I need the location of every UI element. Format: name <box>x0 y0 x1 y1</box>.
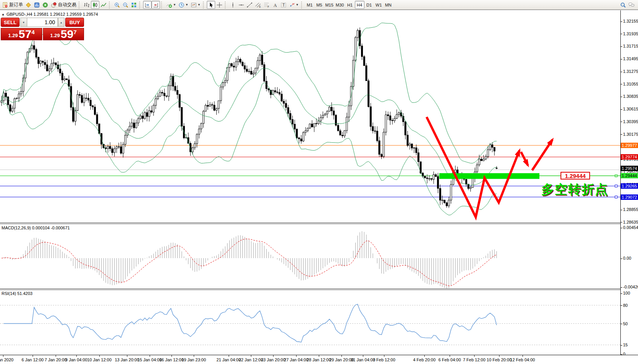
buy-button[interactable]: BUY <box>65 18 84 27</box>
fibonacci-button[interactable]: F <box>262 1 271 9</box>
chart-shift-icon <box>153 2 159 8</box>
tf-m5-button[interactable]: M5 <box>315 1 324 9</box>
zoom-in-icon <box>114 2 120 8</box>
time-axis-label: 9 Jan 04:00 <box>65 357 87 362</box>
price-axis-tick: 80 <box>621 303 628 308</box>
templates-icon <box>191 2 197 8</box>
profiles-icon-button[interactable] <box>33 1 41 9</box>
bar-chart-button[interactable] <box>82 1 91 9</box>
tf-h4-button[interactable]: H4 <box>355 1 364 9</box>
arrows-button[interactable]: ▼ <box>288 1 300 9</box>
time-axis-tick <box>424 355 425 357</box>
mt4-window: 新订单自动交易▼▼▼EFAT▼M1M5M15M30H1H4D1W1MN ▲ GB… <box>0 0 638 364</box>
sell-button[interactable]: SELL <box>1 18 20 27</box>
autotrading-icon <box>51 2 57 8</box>
volume-up-button[interactable]: ▲ <box>58 18 65 27</box>
fibonacci-icon: F <box>264 2 270 8</box>
trendline-button[interactable] <box>246 1 254 9</box>
tf-w1-button[interactable]: W1 <box>374 1 384 9</box>
chat-button[interactable] <box>627 1 636 9</box>
periods-button[interactable]: ▼ <box>177 1 190 9</box>
horizontal-line-button[interactable] <box>237 1 246 9</box>
price-axis-tick: 1.32155 <box>621 19 638 23</box>
chevron-down-icon: ▼ <box>296 3 299 7</box>
time-axis-label: 29 Jan 20:00 <box>329 357 354 362</box>
price-axis[interactable]: 1.321551.319351.317151.314951.312751.310… <box>621 10 638 355</box>
svg-text:F: F <box>267 5 269 8</box>
text-button[interactable]: A <box>271 1 279 9</box>
time-axis-label: 10 Feb 20:00 <box>487 357 512 362</box>
line-chart-button[interactable] <box>99 1 108 9</box>
buy-price-big: 59 <box>61 28 73 40</box>
periods-icon <box>178 2 185 8</box>
sell-price-sup: 4 <box>31 29 35 35</box>
rsi-canvas[interactable] <box>0 290 620 355</box>
time-axis-tick <box>33 355 33 357</box>
time-axis-tick <box>56 355 56 357</box>
new-order-button[interactable]: 新订单 <box>1 1 24 9</box>
time-axis[interactable]: 3 Jan 20206 Jan 12:007 Jan 20:009 Jan 04… <box>0 355 638 364</box>
time-axis-tick <box>273 355 274 357</box>
alerts-icon-button[interactable] <box>41 1 49 9</box>
time-axis-label: 16 Jan 12:00 <box>159 357 184 362</box>
time-axis-label: 4 Feb 20:00 <box>413 357 436 362</box>
tf-d1-button[interactable]: D1 <box>364 1 374 9</box>
svg-text:A: A <box>274 2 277 8</box>
price-axis-tick: 1.28635 <box>621 220 638 224</box>
main-chart-canvas[interactable] <box>0 10 620 222</box>
time-axis-label: 28 Jan 12:00 <box>307 357 331 362</box>
time-axis-label: 12 Feb 04:00 <box>510 357 535 362</box>
time-axis-tick <box>450 355 450 357</box>
price-axis-tick: 1.31935 <box>621 31 638 36</box>
search-button[interactable] <box>619 1 627 9</box>
tf-mn-button[interactable]: MN <box>384 1 393 9</box>
sell-price-big: 57 <box>19 28 31 40</box>
tf-m15-button[interactable]: M15 <box>324 1 335 9</box>
line-handle[interactable] <box>615 196 617 198</box>
toolbar-separator <box>79 2 81 8</box>
time-axis-tick <box>384 355 384 357</box>
volume-input[interactable] <box>27 18 58 27</box>
indicators-button[interactable]: ▼ <box>165 1 177 9</box>
tile-windows-button[interactable] <box>130 1 138 9</box>
zoom-out-button[interactable] <box>121 1 130 9</box>
price-axis-tick: 1.30175 <box>621 132 638 137</box>
candlestick-button[interactable] <box>91 1 99 9</box>
price-badge-1.29444: 1.29444 <box>621 173 638 178</box>
turning-point-annotation[interactable]: 多空转折点 <box>541 181 608 198</box>
tf-m30-button[interactable]: M30 <box>335 1 345 9</box>
svg-text:E: E <box>259 5 261 8</box>
time-axis-tick <box>363 355 363 357</box>
journal-icon-button[interactable] <box>24 1 33 9</box>
price-axis-tick: 0.00 <box>621 256 631 260</box>
chart-shift-button[interactable] <box>152 1 160 9</box>
tf-m1-button[interactable]: M1 <box>305 1 315 9</box>
red-trend-zigzag[interactable] <box>427 117 554 217</box>
auto-scroll-button[interactable] <box>143 1 152 9</box>
macd-canvas[interactable] <box>0 224 620 288</box>
sell-price-box[interactable]: 1.29 57 4 <box>1 28 42 40</box>
time-axis-tick <box>523 355 523 357</box>
toolbar-separator <box>225 2 227 8</box>
price-callout-text: 1.29444 <box>565 173 585 179</box>
text-label-button[interactable]: T <box>279 1 288 9</box>
vertical-line-button[interactable] <box>229 1 237 9</box>
volume-down-button[interactable]: ▼ <box>20 18 27 27</box>
toolbar-separator <box>139 2 142 8</box>
templates-button[interactable]: ▼ <box>190 1 202 9</box>
price-callout-box[interactable]: 1.29444 <box>561 172 590 180</box>
autotrading-button[interactable]: 自动交易 <box>49 1 77 9</box>
search-icon <box>620 2 626 8</box>
tf-h1-button[interactable]: H1 <box>345 1 355 9</box>
channel-button[interactable]: E <box>254 1 262 9</box>
chart-title: ▲ GBPUSD-,H4 1.29581 1.29612 1.29559 1.2… <box>2 12 98 16</box>
line-chart-icon <box>101 2 107 8</box>
zoom-in-button[interactable] <box>113 1 121 9</box>
trade-panel-toggle-icon[interactable]: ▲ <box>2 13 5 16</box>
chevron-down-icon: ▼ <box>185 3 188 7</box>
line-handle[interactable] <box>615 185 617 187</box>
buy-price-box[interactable]: 1.29 59 7 <box>43 28 84 40</box>
crosshair-button[interactable] <box>215 1 224 9</box>
price-axis-tick: 15 <box>621 343 628 347</box>
cursor-button[interactable] <box>207 1 215 9</box>
